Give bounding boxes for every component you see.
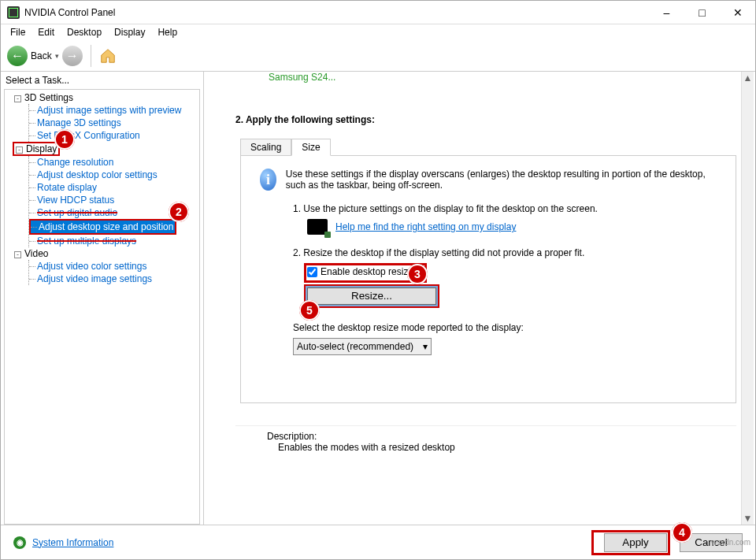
nvidia-badge-icon: ◉ bbox=[13, 536, 26, 549]
tab-size[interactable]: Size bbox=[291, 139, 330, 156]
home-button[interactable] bbox=[99, 47, 117, 65]
callout-5: 5 bbox=[299, 300, 320, 321]
tab-scaling[interactable]: Scaling bbox=[240, 139, 291, 156]
menu-desktop[interactable]: Desktop bbox=[61, 25, 108, 39]
info-icon: i bbox=[260, 169, 276, 191]
tree-item-change-resolution[interactable]: Change resolution bbox=[29, 156, 196, 169]
window-title: NVIDIA Control Panel bbox=[24, 7, 649, 18]
enable-resizing-label: Enable desktop resizing bbox=[321, 266, 421, 277]
app-icon bbox=[7, 6, 20, 19]
step2-text: 2. Resize the desktop if the display set… bbox=[293, 247, 717, 258]
sidebar-header: Select a Task... bbox=[1, 72, 203, 89]
back-label: Back bbox=[31, 50, 52, 61]
tree-item-video-color[interactable]: Adjust video color settings bbox=[29, 260, 196, 273]
step1-text: 1. Use the picture settings on the displ… bbox=[293, 203, 717, 214]
resize-button[interactable]: Resize... bbox=[307, 287, 436, 305]
scroll-down-icon[interactable]: ▼ bbox=[742, 512, 754, 525]
toolbar: ← Back ▾ → bbox=[1, 40, 755, 72]
tab-body-size: i Use these settings if the display over… bbox=[240, 156, 736, 403]
vertical-scrollbar[interactable]: ▲ ▼ bbox=[741, 72, 754, 525]
callout-1: 1 bbox=[54, 129, 75, 150]
apply-button[interactable]: Apply bbox=[604, 533, 667, 552]
content-pane: Samsung S24... 2. Apply the following se… bbox=[204, 72, 755, 525]
tree-item-rotate[interactable]: Rotate display bbox=[29, 181, 196, 194]
tree-item-adjust-size-position[interactable]: Adjust desktop size and position bbox=[31, 221, 175, 233]
tabs: Scaling Size bbox=[240, 138, 736, 156]
help-link[interactable]: Help me find the right setting on my dis… bbox=[335, 221, 516, 232]
main-body: Select a Task... -3D Settings Adjust ima… bbox=[1, 72, 755, 525]
sidebar: Select a Task... -3D Settings Adjust ima… bbox=[1, 72, 204, 525]
footer: ◉ System Information Apply Cancel bbox=[1, 525, 755, 559]
callout-2: 2 bbox=[169, 202, 189, 222]
monitor-name: Samsung S24... bbox=[269, 72, 736, 83]
select-label: Select the desktop resize mode reported … bbox=[293, 322, 717, 333]
tree-item-adjust-image[interactable]: Adjust image settings with preview bbox=[29, 104, 196, 117]
watermark: wsxdn.com bbox=[711, 538, 750, 547]
enable-resizing-checkbox[interactable] bbox=[307, 267, 317, 277]
menu-bar: File Edit Desktop Display Help bbox=[1, 24, 755, 40]
scroll-up-icon[interactable]: ▲ bbox=[742, 72, 754, 84]
tree-item-color-settings[interactable]: Adjust desktop color settings bbox=[29, 169, 196, 181]
back-dropdown-icon[interactable]: ▾ bbox=[55, 52, 59, 60]
maximize-button[interactable]: □ bbox=[684, 1, 720, 24]
intro-text: Use these settings if the display oversc… bbox=[286, 169, 717, 191]
select-value: Auto-select (recommended) bbox=[297, 341, 413, 352]
menu-display[interactable]: Display bbox=[108, 25, 151, 39]
title-bar: NVIDIA Control Panel – □ ✕ bbox=[1, 1, 755, 24]
tree-group-display: -Display Change resolution Adjust deskto… bbox=[13, 142, 196, 247]
tree-item-video-image[interactable]: Adjust video image settings bbox=[29, 273, 196, 285]
task-tree[interactable]: -3D Settings Adjust image settings with … bbox=[4, 89, 200, 525]
forward-button[interactable]: → bbox=[62, 46, 83, 66]
close-button[interactable]: ✕ bbox=[720, 1, 755, 24]
tree-group-3d: -3D Settings Adjust image settings with … bbox=[13, 91, 196, 142]
tree-item-manage-3d[interactable]: Manage 3D settings bbox=[29, 117, 196, 129]
window-controls: – □ ✕ bbox=[649, 1, 755, 24]
chevron-down-icon: ▾ bbox=[423, 341, 428, 352]
app-window: 1 2 3 5 4 wsxdn.com NVIDIA Control Panel… bbox=[0, 0, 756, 560]
tree-item-multiple-displays[interactable]: Set up multiple displays bbox=[29, 235, 196, 247]
system-information-link[interactable]: System Information bbox=[32, 537, 591, 548]
description-block: Description: Enables the modes with a re… bbox=[235, 425, 736, 453]
resize-mode-select[interactable]: Auto-select (recommended) ▾ bbox=[293, 338, 432, 355]
section-heading: 2. Apply the following settings: bbox=[235, 114, 736, 125]
description-heading: Description: bbox=[267, 431, 736, 442]
menu-file[interactable]: File bbox=[4, 25, 32, 39]
description-text: Enables the modes with a resized desktop bbox=[278, 442, 736, 453]
minimize-button[interactable]: – bbox=[649, 1, 684, 24]
tree-group-video: -Video Adjust video color settings Adjus… bbox=[13, 247, 196, 285]
callout-4: 4 bbox=[672, 522, 692, 543]
back-button[interactable]: ← Back ▾ bbox=[7, 46, 59, 66]
back-icon: ← bbox=[7, 46, 28, 66]
menu-edit[interactable]: Edit bbox=[32, 25, 61, 39]
tree-caption-3d[interactable]: -3D Settings bbox=[13, 91, 196, 104]
tree-caption-video[interactable]: -Video bbox=[13, 247, 196, 260]
toolbar-separator bbox=[91, 45, 91, 67]
tree-caption-display[interactable]: -Display bbox=[14, 143, 58, 155]
callout-3: 3 bbox=[407, 264, 428, 284]
menu-help[interactable]: Help bbox=[151, 25, 183, 39]
monitor-icon bbox=[307, 219, 328, 235]
content-scroll[interactable]: Samsung S24... 2. Apply the following se… bbox=[204, 72, 755, 525]
